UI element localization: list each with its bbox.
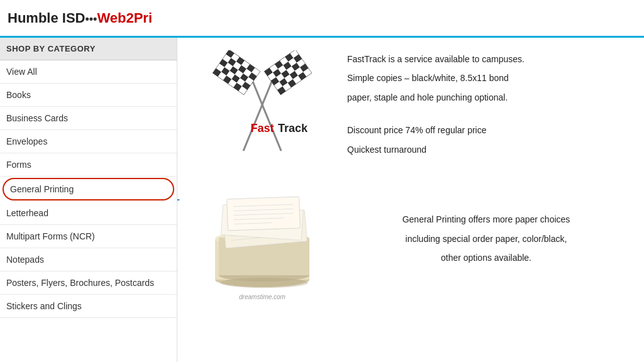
svg-text:Fast: Fast [250, 122, 274, 134]
svg-rect-83 [227, 197, 301, 231]
general-printing-desc-2: including special order paper, color/bla… [347, 232, 625, 246]
sidebar-item-general-printing[interactable]: General Printing [3, 178, 174, 200]
fasttrack-desc-1: FastTrack is a service available to camp… [347, 52, 625, 66]
sidebar-item-books[interactable]: Books [0, 84, 177, 107]
sidebar-item-multipart-forms[interactable]: Multipart Forms (NCR) [0, 225, 177, 248]
general-printing-desc-3: other options available. [347, 251, 625, 265]
sidebar-item-posters-flyers[interactable]: Posters, Flyers, Brochures, Postcards [0, 272, 177, 295]
svg-marker-0 [177, 184, 180, 216]
fasttrack-image: Fast Track [196, 50, 328, 163]
fasttrack-desc-2: Simple copies – black/white, 8.5x11 bond [347, 71, 625, 85]
sidebar-item-stickers-clings[interactable]: Stickers and Clings [0, 295, 177, 318]
svg-text:Track: Track [278, 122, 308, 134]
sidebar-item-view-all[interactable]: View All [0, 60, 177, 84]
main-layout: SHOP BY CATEGORY View All Books Business… [0, 38, 644, 362]
fasttrack-description: FastTrack is a service available to camp… [347, 52, 625, 162]
sidebar-item-forms[interactable]: Forms [0, 153, 177, 177]
sidebar: SHOP BY CATEGORY View All Books Business… [0, 38, 177, 362]
general-printing-arrow [177, 184, 180, 217]
fasttrack-desc-3: paper, staple and hole punching optional… [347, 90, 625, 104]
general-printing-desc-1: General Printing offers more paper choic… [347, 212, 625, 226]
general-printing-description: General Printing offers more paper choic… [347, 212, 625, 270]
main-content: Fast Track FastTrack is a service availa… [177, 38, 644, 362]
general-printing-image-wrapper: dreamstime.com [196, 182, 328, 300]
fasttrack-image-wrapper: Fast Track [196, 50, 328, 163]
title-web2pri: Web2Pri [97, 10, 152, 26]
fasttrack-row: Fast Track FastTrack is a service availa… [196, 50, 625, 163]
header: Humble ISD•••Web2Pri [0, 0, 644, 38]
site-title: Humble ISD•••Web2Pri [8, 10, 152, 26]
svg-point-89 [220, 278, 308, 288]
sidebar-category-header: SHOP BY CATEGORY [0, 38, 177, 60]
sidebar-item-business-cards[interactable]: Business Cards [0, 107, 177, 130]
general-printing-image [196, 182, 328, 292]
sidebar-item-letterhead[interactable]: Letterhead [0, 202, 177, 225]
title-humble-isd: Humble ISD [8, 10, 85, 26]
sidebar-item-notepads[interactable]: Notepads [0, 248, 177, 272]
fasttrack-desc-4: Discount price 74% off regular price [347, 123, 625, 137]
general-printing-row: dreamstime.com General Printing offers m… [196, 182, 625, 300]
title-dots: ••• [85, 13, 97, 25]
fasttrack-desc-5: Quickest turnaround [347, 143, 625, 156]
watermark: dreamstime.com [239, 293, 286, 300]
sidebar-item-envelopes[interactable]: Envelopes [0, 130, 177, 153]
